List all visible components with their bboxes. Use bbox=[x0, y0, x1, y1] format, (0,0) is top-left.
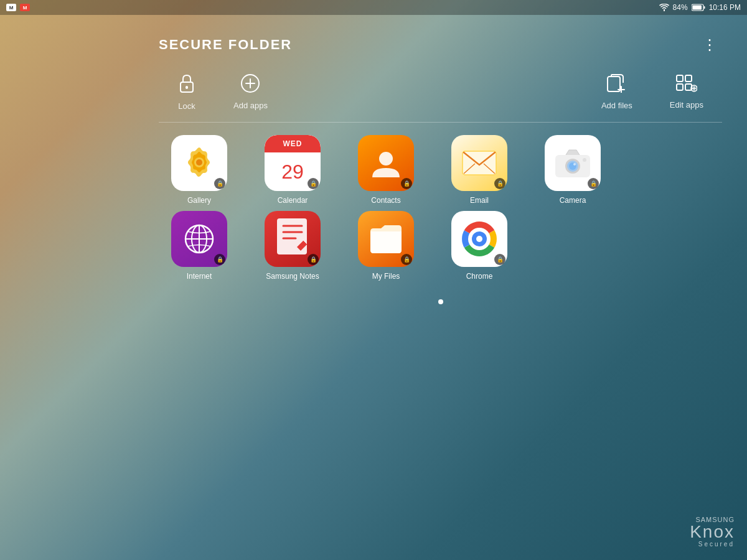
svg-rect-12 bbox=[685, 75, 692, 82]
notes-icon-wrapper: 🔒 bbox=[265, 211, 321, 267]
calendar-lock-badge: 🔒 bbox=[308, 178, 319, 189]
chrome-label: Chrome bbox=[466, 272, 493, 281]
internet-icon-wrapper: 🔒 bbox=[171, 211, 227, 267]
svg-point-20 bbox=[379, 152, 393, 166]
add-apps-button[interactable]: Add apps bbox=[215, 69, 286, 115]
app-samsung-notes[interactable]: 🔒 Samsung Notes bbox=[252, 211, 333, 281]
contacts-label: Contacts bbox=[371, 196, 400, 205]
internet-lock-badge: 🔒 bbox=[214, 254, 225, 265]
app-chrome[interactable]: 🔒 Chrome bbox=[439, 211, 520, 281]
gallery-label: Gallery bbox=[187, 196, 211, 205]
battery-icon bbox=[692, 4, 705, 11]
calendar-day-name: WED bbox=[283, 139, 303, 148]
lock-button[interactable]: Lock bbox=[159, 68, 215, 116]
app-contacts[interactable]: 🔒 Contacts bbox=[345, 135, 426, 205]
notes-lock-badge: 🔒 bbox=[308, 254, 319, 265]
toolbar: Lock Add apps bbox=[159, 68, 722, 123]
calendar-icon-wrapper: WED 29 🔒 bbox=[265, 135, 321, 191]
svg-rect-11 bbox=[677, 75, 683, 82]
lock-icon bbox=[177, 73, 196, 96]
chrome-icon-wrapper: 🔒 bbox=[451, 211, 507, 267]
svg-point-41 bbox=[476, 236, 482, 242]
chrome-lock-badge: 🔒 bbox=[494, 254, 505, 265]
myfiles-icon-wrapper: 🔒 bbox=[358, 211, 414, 267]
app-camera[interactable]: 🔒 Camera bbox=[532, 135, 613, 205]
gallery-icon-wrapper: 🔒 bbox=[171, 135, 227, 191]
myfiles-label: My Files bbox=[372, 272, 400, 281]
app-grid: 🔒 Gallery WED 29 🔒 Calendar bbox=[159, 135, 722, 281]
app-gallery[interactable]: 🔒 Gallery bbox=[159, 135, 240, 205]
internet-label: Internet bbox=[187, 272, 212, 281]
battery-percent: 84% bbox=[673, 3, 688, 12]
svg-rect-2 bbox=[692, 6, 702, 10]
camera-lock-badge: 🔒 bbox=[588, 178, 599, 189]
knox-text: Knox bbox=[690, 523, 735, 541]
app-calendar[interactable]: WED 29 🔒 Calendar bbox=[252, 135, 333, 205]
add-files-icon bbox=[607, 74, 627, 96]
gallery-lock-badge: 🔒 bbox=[214, 178, 225, 189]
svg-rect-13 bbox=[677, 84, 683, 90]
calendar-label: Calendar bbox=[278, 196, 308, 205]
add-apps-icon bbox=[241, 74, 260, 96]
add-files-button[interactable]: Add files bbox=[583, 69, 651, 115]
myfiles-lock-badge: 🔒 bbox=[401, 254, 412, 265]
edit-apps-icon bbox=[676, 75, 697, 95]
svg-rect-33 bbox=[277, 218, 307, 254]
camera-label: Camera bbox=[560, 196, 586, 205]
camera-icon-wrapper: 🔒 bbox=[545, 135, 601, 191]
wifi-icon bbox=[659, 4, 669, 11]
status-bar: M M 84% 10:16 PM bbox=[0, 0, 747, 15]
calendar-date: 29 bbox=[281, 161, 304, 184]
gmail-notification-icon: M bbox=[20, 4, 30, 11]
app-my-files[interactable]: 🔒 My Files bbox=[345, 211, 426, 281]
page-indicator bbox=[159, 299, 722, 304]
status-right: 84% 10:16 PM bbox=[659, 3, 741, 12]
notes-label: Samsung Notes bbox=[266, 272, 319, 281]
svg-point-19 bbox=[196, 159, 202, 166]
app-internet[interactable]: 🔒 Internet bbox=[159, 211, 240, 281]
more-options-button[interactable]: ⋮ bbox=[697, 34, 722, 56]
panel-header: SECURE FOLDER ⋮ bbox=[159, 34, 722, 56]
add-files-label: Add files bbox=[601, 101, 632, 110]
svg-point-28 bbox=[583, 158, 586, 162]
edit-apps-label: Edit apps bbox=[670, 100, 703, 110]
email-label: Email bbox=[470, 196, 489, 205]
contacts-lock-badge: 🔒 bbox=[401, 178, 412, 189]
knox-branding: SAMSUNG Knox Secured bbox=[690, 516, 735, 548]
svg-point-27 bbox=[573, 163, 576, 166]
knox-secured-text: Secured bbox=[690, 541, 735, 548]
app-email[interactable]: 🔒 Email bbox=[439, 135, 520, 205]
status-left: M M bbox=[6, 4, 30, 11]
panel-title: SECURE FOLDER bbox=[159, 37, 292, 53]
page-dot-1 bbox=[438, 299, 443, 304]
lock-label: Lock bbox=[178, 101, 195, 111]
contacts-icon-wrapper: 🔒 bbox=[358, 135, 414, 191]
edit-apps-button[interactable]: Edit apps bbox=[651, 70, 722, 114]
email-notification-icon: M bbox=[6, 4, 16, 11]
svg-rect-4 bbox=[186, 86, 188, 89]
secure-folder-panel: SECURE FOLDER ⋮ Lock bbox=[134, 15, 747, 560]
svg-rect-1 bbox=[703, 6, 705, 9]
add-apps-label: Add apps bbox=[233, 101, 268, 110]
status-time: 10:16 PM bbox=[709, 3, 741, 12]
email-lock-badge: 🔒 bbox=[494, 178, 505, 189]
email-icon-wrapper: 🔒 bbox=[451, 135, 507, 191]
